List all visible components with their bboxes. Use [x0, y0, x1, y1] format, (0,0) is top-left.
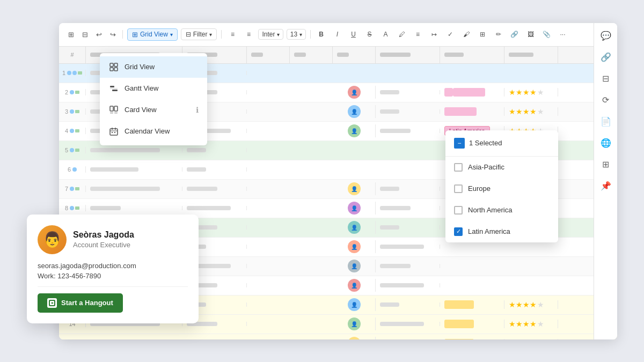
north-america-option[interactable]: North America [445, 200, 558, 221]
filter-selected-icon: − [454, 138, 465, 149]
cell [376, 283, 440, 287]
align-icon[interactable]: ≡ [412, 28, 425, 41]
col-6-header[interactable] [376, 47, 440, 63]
row-num: 3 [59, 108, 86, 115]
asia-checkbox[interactable] [454, 163, 463, 172]
latin-america-checkbox[interactable]: ✓ [454, 227, 463, 236]
col-num-header: # [59, 47, 86, 63]
grid-icon[interactable]: ⊞ [597, 156, 614, 173]
hangout-button[interactable]: Start a Hangout [38, 293, 123, 313]
image-icon[interactable]: 🖼 [524, 28, 537, 41]
europe-option[interactable]: Europe [445, 178, 558, 200]
svg-rect-16 [114, 132, 115, 133]
europe-label: Europe [468, 184, 491, 193]
contact-email: seoras.jagoda@production.com [38, 262, 188, 270]
grid-view-item[interactable]: Grid View [100, 56, 207, 78]
contact-card: 👨 Seòras Jagoda Account Executive seoras… [27, 215, 199, 323]
divider [38, 286, 188, 287]
format-icon[interactable]: ✓ [444, 28, 457, 41]
card-info-icon[interactable]: ℹ [196, 106, 199, 114]
col-3-header[interactable] [247, 47, 290, 63]
latin-america-label: Latin America [468, 227, 510, 235]
document-icon[interactable]: 📄 [597, 113, 614, 130]
col-8-header[interactable] [504, 47, 558, 63]
text-color-icon[interactable]: A [379, 28, 392, 41]
right-sidebar: 💬 🔗 ⊟ ⟳ 📄 🌐 ⊞ 📌 [594, 23, 617, 339]
cell [440, 339, 504, 339]
calendar-view-item[interactable]: Calendar View [100, 121, 207, 142]
chat-icon[interactable]: 💬 [597, 27, 614, 45]
svg-rect-8 [114, 106, 118, 111]
more-button[interactable]: ··· [557, 28, 569, 41]
highlight-icon[interactable]: 🖊 [396, 28, 408, 41]
cell [86, 206, 182, 210]
cell: 👤 [333, 298, 376, 311]
cell [440, 320, 504, 328]
view-button[interactable]: ⊞ Grid View [127, 28, 178, 41]
undo-icon[interactable]: ↩ [93, 29, 104, 40]
grid-view-label: Grid View [125, 63, 155, 71]
europe-checkbox[interactable] [454, 184, 463, 193]
pencil-icon[interactable]: ✏ [492, 28, 505, 41]
cell [376, 129, 440, 133]
cell [376, 90, 440, 94]
cell: 👤 [333, 124, 376, 137]
card-view-item[interactable]: Card View ℹ [100, 99, 207, 121]
row-num: 2 [59, 89, 86, 95]
contact-info-block: Seòras Jagoda Account Executive [73, 230, 134, 249]
svg-rect-3 [114, 68, 118, 71]
cell [86, 148, 182, 152]
link-icon[interactable]: 🔗 [508, 28, 521, 41]
cell: 👤 [333, 279, 376, 292]
asia-pacific-option[interactable]: Asia-Pacific [445, 157, 558, 178]
redo-icon[interactable]: ↪ [107, 29, 118, 40]
font-select[interactable]: Inter [258, 29, 283, 40]
globe-icon[interactable]: 🌐 [597, 135, 614, 152]
svg-rect-7 [110, 106, 113, 111]
align-left-icon[interactable]: ≡ [226, 28, 239, 41]
cell [376, 109, 440, 114]
filter-dropdown: − 1 Selected Asia-Pacific Europe North A… [445, 130, 558, 242]
col-7-header[interactable] [440, 47, 504, 63]
cell [440, 300, 504, 309]
row-num: 1 [59, 70, 86, 76]
cell [376, 322, 440, 326]
font-size-select[interactable]: 13 [287, 29, 306, 40]
link-icon[interactable]: 🔗 [597, 49, 614, 66]
pin-icon[interactable]: 📌 [597, 178, 614, 195]
table-icon[interactable]: ⊞ [476, 28, 489, 41]
filter-button[interactable]: ⊟ Filter [181, 28, 217, 40]
cell [182, 206, 247, 210]
latin-america-option[interactable]: ✓ Latin America [445, 221, 558, 242]
bold-button[interactable]: B [315, 28, 328, 41]
cell [376, 206, 440, 210]
gantt-view-item[interactable]: Gantt View [100, 78, 207, 99]
cell: ​ [440, 88, 504, 97]
print-icon[interactable]: ⊟ [79, 29, 90, 40]
sync-icon[interactable]: ⟳ [597, 92, 614, 109]
filter-label: Filter [193, 31, 208, 38]
cell: 👤 [333, 317, 376, 330]
filter-icon: ⊟ [186, 31, 191, 38]
svg-rect-15 [112, 132, 113, 133]
underline-button[interactable]: U [347, 28, 360, 41]
col-5-header[interactable] [333, 47, 376, 63]
row-num: 4 [59, 128, 86, 134]
indent-icon[interactable]: ↦ [428, 28, 441, 41]
row-num: 8 [59, 205, 86, 211]
svg-rect-1 [114, 63, 118, 67]
cell: 👤 [333, 260, 376, 272]
italic-button[interactable]: I [331, 28, 344, 41]
attach-icon[interactable]: 📎 [540, 28, 553, 41]
row-num: 5 [59, 147, 86, 153]
save-icon[interactable]: ⊞ [65, 29, 76, 40]
cell [376, 245, 440, 249]
col-4-header[interactable] [290, 47, 333, 63]
paint-icon[interactable]: 🖌 [460, 28, 473, 41]
cell: 👤 [333, 105, 376, 118]
layers-icon[interactable]: ⊟ [597, 70, 614, 87]
north-america-checkbox[interactable] [454, 206, 463, 215]
north-america-label: North America [468, 206, 512, 214]
strikethrough-button[interactable]: S [363, 28, 376, 41]
align-center-icon[interactable]: ≡ [242, 28, 255, 41]
